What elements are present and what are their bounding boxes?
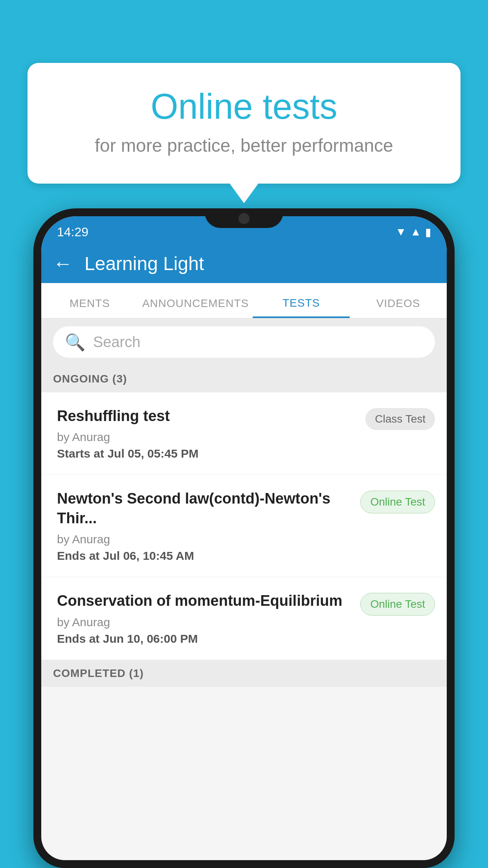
tabs-container: MENTS ANNOUNCEMENTS TESTS VIDEOS <box>41 283 447 318</box>
test-info: Reshuffling test by Anurag Starts at Jul… <box>57 406 358 460</box>
online-test-badge: Online Test <box>360 491 435 513</box>
class-test-badge: Class Test <box>365 408 435 430</box>
test-name: Conservation of momentum-Equilibrium <box>57 591 352 611</box>
tab-announcements[interactable]: ANNOUNCEMENTS <box>138 297 253 318</box>
test-time: Ends at Jun 10, 06:00 PM <box>57 632 352 645</box>
tab-videos[interactable]: VIDEOS <box>350 297 447 318</box>
completed-section-header: COMPLETED (1) <box>41 660 447 687</box>
test-item[interactable]: Conservation of momentum-Equilibrium by … <box>41 577 447 660</box>
search-bar[interactable]: 🔍 Search <box>53 326 435 358</box>
test-author: by Anurag <box>57 533 352 546</box>
speech-bubble-container: Online tests for more practice, better p… <box>28 63 460 184</box>
speech-bubble: Online tests for more practice, better p… <box>28 63 460 184</box>
bubble-title: Online tests <box>59 86 429 127</box>
wifi-icon: ▼ <box>396 226 407 238</box>
status-icons: ▼ ▲ ▮ <box>396 226 431 239</box>
test-item[interactable]: Reshuffling test by Anurag Starts at Jul… <box>41 392 447 475</box>
phone-notch <box>205 208 283 228</box>
app-title: Learning Light <box>84 253 204 274</box>
search-icon: 🔍 <box>65 333 85 352</box>
battery-icon: ▮ <box>425 226 431 239</box>
phone-outer: 14:29 ▼ ▲ ▮ ← Learning Light MENTS ANNOU… <box>33 208 455 868</box>
phone-screen: 14:29 ▼ ▲ ▮ ← Learning Light MENTS ANNOU… <box>41 216 447 860</box>
tab-tests[interactable]: TESTS <box>253 297 350 318</box>
test-name: Reshuffling test <box>57 406 358 426</box>
tab-ments[interactable]: MENTS <box>41 297 138 318</box>
test-info: Conservation of momentum-Equilibrium by … <box>57 591 352 645</box>
search-input[interactable]: Search <box>93 334 140 351</box>
test-time: Starts at Jul 05, 05:45 PM <box>57 447 358 460</box>
test-item[interactable]: Newton's Second law(contd)-Newton's Thir… <box>41 475 447 577</box>
ongoing-section-header: ONGOING (3) <box>41 366 447 392</box>
signal-icon: ▲ <box>410 226 421 238</box>
status-time: 14:29 <box>57 225 88 239</box>
test-time: Ends at Jul 06, 10:45 AM <box>57 549 352 563</box>
phone-container: 14:29 ▼ ▲ ▮ ← Learning Light MENTS ANNOU… <box>33 208 455 868</box>
bubble-subtitle: for more practice, better performance <box>59 135 429 156</box>
test-name: Newton's Second law(contd)-Newton's Thir… <box>57 489 352 528</box>
test-info: Newton's Second law(contd)-Newton's Thir… <box>57 489 352 563</box>
test-author: by Anurag <box>57 430 358 444</box>
test-list: Reshuffling test by Anurag Starts at Jul… <box>41 392 447 660</box>
search-container: 🔍 Search <box>41 318 447 366</box>
online-test-badge-2: Online Test <box>360 593 435 616</box>
phone-camera <box>238 213 250 224</box>
back-button[interactable]: ← <box>53 252 73 275</box>
app-header: ← Learning Light <box>41 244 447 283</box>
test-author: by Anurag <box>57 616 352 629</box>
